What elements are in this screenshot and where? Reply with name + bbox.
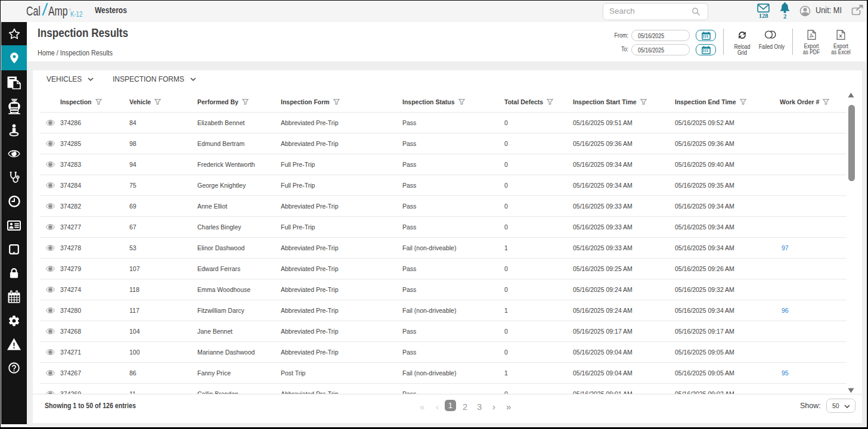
svg-text:X: X: [839, 33, 843, 39]
